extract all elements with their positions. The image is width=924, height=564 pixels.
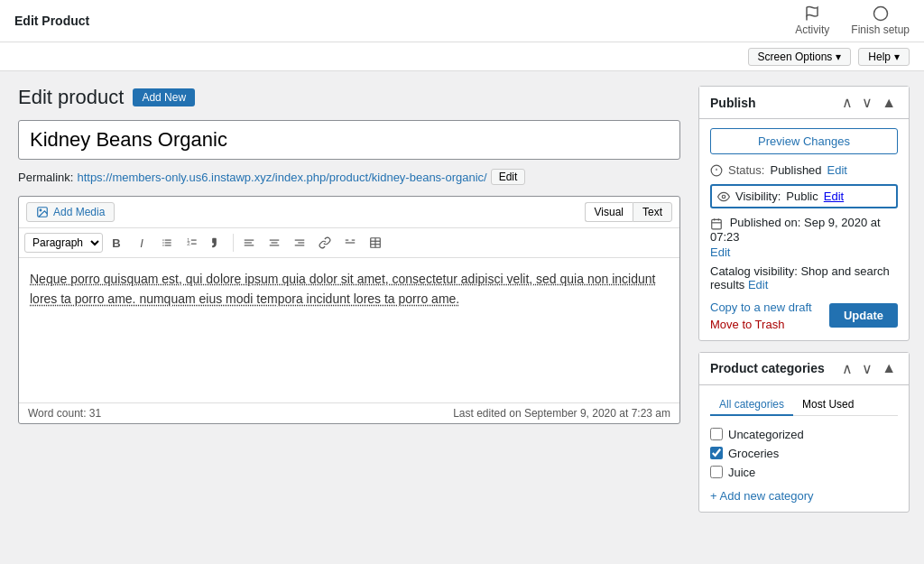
activity-nav-item[interactable]: Activity xyxy=(795,5,829,36)
svg-rect-13 xyxy=(191,244,197,245)
finish-setup-label: Finish setup xyxy=(851,23,910,36)
categories-metabox-controls: ∧ ∨ ▲ xyxy=(840,360,898,377)
word-count: Word count: 31 xyxy=(28,407,101,420)
collapse-down-button[interactable]: ∨ xyxy=(860,94,874,111)
status-label: Status: xyxy=(728,163,764,177)
add-new-category-link[interactable]: + Add new category xyxy=(710,489,898,503)
align-left-icon xyxy=(243,236,255,249)
svg-rect-24 xyxy=(346,240,349,241)
copy-draft-link[interactable]: Copy to a new draft xyxy=(710,300,812,314)
publish-metabox-controls: ∧ ∨ ▲ xyxy=(840,94,898,111)
finish-setup-nav-item[interactable]: Finish setup xyxy=(851,5,910,36)
categories-metabox: Product categories ∧ ∨ ▲ All categories … xyxy=(698,352,910,513)
published-on-row: Published on: Sep 9, 2020 at 07:23 Edit xyxy=(710,216,898,259)
svg-rect-15 xyxy=(245,242,252,243)
bold-button[interactable]: B xyxy=(105,232,128,254)
categories-metabox-header: Product categories ∧ ∨ ▲ xyxy=(699,353,909,385)
move-trash-link[interactable]: Move to Trash xyxy=(710,318,784,331)
all-categories-tab[interactable]: All categories xyxy=(710,394,793,416)
permalink-label: Permalink: xyxy=(18,171,73,184)
svg-rect-20 xyxy=(295,240,305,241)
svg-rect-14 xyxy=(245,240,254,241)
chevron-down-icon: ▾ xyxy=(894,51,900,63)
cat-collapse-up-button[interactable]: ∧ xyxy=(840,360,855,377)
permalink-edit-button[interactable]: Edit xyxy=(491,169,526,185)
categories-metabox-title: Product categories xyxy=(710,361,825,375)
list-item: Uncategorized xyxy=(710,425,898,444)
link-icon xyxy=(319,236,331,249)
editor-wrapper: Add Media Visual Text Paragraph B I 1.2 xyxy=(18,196,680,424)
juice-checkbox[interactable] xyxy=(710,466,723,478)
catalog-label: Catalog visibility: xyxy=(710,264,798,278)
published-on-edit-link[interactable]: Edit xyxy=(710,245,898,259)
svg-point-33 xyxy=(722,195,725,199)
collapse-up-button[interactable]: ∧ xyxy=(840,94,855,111)
groceries-label: Groceries xyxy=(728,447,779,460)
ol-icon: 1.2. xyxy=(186,236,199,249)
add-new-button[interactable]: Add New xyxy=(133,88,195,106)
uncategorized-label: Uncategorized xyxy=(728,428,804,441)
table-button[interactable] xyxy=(364,232,387,254)
ordered-list-button[interactable]: 1.2. xyxy=(180,232,204,254)
permalink-url[interactable]: https://members-only.us6.instawp.xyz/ind… xyxy=(77,171,486,184)
svg-rect-23 xyxy=(346,242,356,243)
paragraph-select[interactable]: Paragraph xyxy=(24,233,103,253)
svg-point-3 xyxy=(40,209,42,211)
status-icon xyxy=(710,164,723,177)
hr-icon xyxy=(344,236,356,249)
cat-toggle-button[interactable]: ▲ xyxy=(880,360,898,376)
publish-metabox: Publish ∧ ∨ ▲ Preview Changes Status: Pu… xyxy=(698,86,910,341)
blockquote-icon xyxy=(211,236,224,249)
groceries-checkbox[interactable] xyxy=(710,447,723,459)
blockquote-button[interactable] xyxy=(206,232,229,254)
visual-text-tabs: Visual Text xyxy=(585,202,672,222)
list-item: Groceries xyxy=(710,444,898,463)
align-right-icon xyxy=(293,236,306,249)
link-button[interactable] xyxy=(313,232,337,254)
preview-changes-button[interactable]: Preview Changes xyxy=(710,128,898,154)
visibility-label: Visibility: xyxy=(735,190,781,203)
permalink-row: Permalink: https://members-only.us6.inst… xyxy=(18,169,680,185)
page-title: Edit product xyxy=(18,86,124,109)
toolbar-divider xyxy=(233,234,234,252)
publish-metabox-title: Publish xyxy=(710,96,756,110)
text-tab[interactable]: Text xyxy=(633,202,672,222)
status-edit-link[interactable]: Edit xyxy=(827,163,847,177)
svg-rect-11 xyxy=(191,240,197,241)
align-left-button[interactable] xyxy=(237,232,261,254)
eye-icon xyxy=(717,190,730,203)
align-center-button[interactable] xyxy=(263,232,286,254)
status-row: Status: Published Edit xyxy=(710,163,898,177)
table-icon xyxy=(369,236,382,249)
svg-rect-6 xyxy=(162,242,163,243)
align-right-button[interactable] xyxy=(288,232,311,254)
cat-collapse-down-button[interactable]: ∨ xyxy=(860,360,874,377)
product-title-input[interactable] xyxy=(18,120,680,160)
toggle-button[interactable]: ▲ xyxy=(880,95,898,111)
screen-options-button[interactable]: Screen Options ▾ xyxy=(748,48,852,66)
svg-rect-4 xyxy=(162,240,163,241)
catalog-edit-link[interactable]: Edit xyxy=(748,278,768,291)
update-button[interactable]: Update xyxy=(829,303,898,328)
published-on-label: Published on: xyxy=(730,216,801,229)
svg-rect-21 xyxy=(298,242,304,243)
help-button[interactable]: Help ▾ xyxy=(858,48,910,66)
last-edited: Last edited on September 9, 2020 at 7:23… xyxy=(453,407,670,420)
publish-metabox-body: Preview Changes Status: Published Edit V… xyxy=(699,119,909,340)
most-used-tab[interactable]: Most Used xyxy=(793,394,863,416)
italic-button[interactable]: I xyxy=(130,232,153,254)
juice-label: Juice xyxy=(728,466,755,479)
visual-tab[interactable]: Visual xyxy=(585,202,633,222)
add-media-button[interactable]: Add Media xyxy=(26,202,115,222)
editor-content[interactable]: Neque porro quisquam est, qui dolore ips… xyxy=(19,258,679,402)
horizontal-rule-button[interactable] xyxy=(338,232,362,254)
svg-text:2.: 2. xyxy=(187,241,190,246)
list-item: Juice xyxy=(710,463,898,482)
uncategorized-checkbox[interactable] xyxy=(710,428,723,440)
main-layout: Edit product Add New Permalink: https://… xyxy=(0,71,924,564)
visibility-edit-link[interactable]: Edit xyxy=(824,190,844,203)
publish-metabox-header: Publish ∧ ∨ ▲ xyxy=(699,87,909,119)
page-title-row: Edit product Add New xyxy=(18,86,680,109)
unordered-list-button[interactable] xyxy=(155,232,179,254)
activity-label: Activity xyxy=(795,23,829,36)
